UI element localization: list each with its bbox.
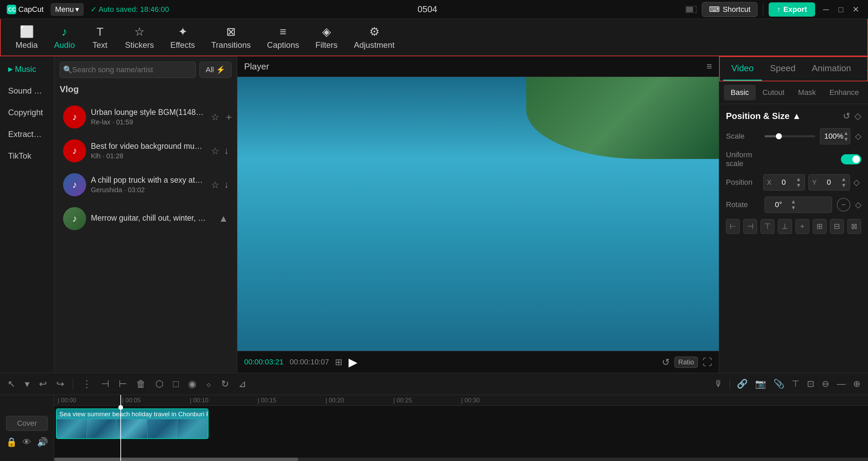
rotate-keyframe-icon[interactable]: ◇: [855, 200, 861, 209]
motion-button[interactable]: ◉: [186, 376, 198, 392]
music-item[interactable]: ♪ Best for video background music Chill …: [60, 135, 232, 167]
crop-button[interactable]: ⊢: [117, 376, 129, 392]
favorite-icon[interactable]: ☆: [211, 112, 219, 123]
audio-track-icon[interactable]: 🔊: [37, 437, 48, 447]
music-item[interactable]: ♪ Urban lounge style BGM(1148490) Re-lax…: [60, 101, 232, 133]
toolbar-filters[interactable]: ◈ Filters: [307, 21, 346, 53]
timeline-scrollbar[interactable]: [54, 458, 868, 461]
subtab-enhance[interactable]: Enhance: [823, 85, 866, 100]
subtab-cutout[interactable]: Cutout: [756, 85, 791, 100]
tab-speed[interactable]: Speed: [762, 57, 804, 81]
download-icon[interactable]: ↓: [224, 179, 229, 190]
scale-stepper[interactable]: ▲ ▼: [843, 131, 849, 142]
add-clip-button[interactable]: ⊕: [851, 377, 863, 391]
scale-down-button[interactable]: ▼: [843, 137, 849, 142]
align-left-button[interactable]: ⊢: [726, 219, 740, 234]
tab-video[interactable]: Video: [723, 57, 762, 81]
pos-y-up-button[interactable]: ▲: [841, 177, 847, 182]
position-keyframe-icon[interactable]: ◇: [853, 178, 860, 187]
toolbar-audio[interactable]: ♪ Audio: [46, 22, 83, 53]
align-right-button[interactable]: ⊤: [761, 219, 774, 234]
rotate-field[interactable]: 0° ▲ ▼: [765, 197, 832, 213]
toolbar-transitions[interactable]: ⊠ Transitions: [203, 21, 259, 53]
video-track[interactable]: Sea view summer beach holiday travel in …: [56, 408, 209, 439]
scale-slider[interactable]: [765, 135, 815, 137]
download-icon[interactable]: ↓: [224, 145, 229, 156]
toolbar-text[interactable]: T Text: [83, 22, 117, 53]
sidebar-item-sound-effects[interactable]: Sound effe...: [3, 81, 51, 100]
position-x-stepper[interactable]: ▲ ▼: [796, 177, 801, 188]
split-tl-button[interactable]: ⊤: [790, 377, 802, 391]
export-button[interactable]: ↑ Export: [769, 2, 815, 17]
undo-button[interactable]: ↩: [37, 376, 49, 392]
cover-button[interactable]: Cover: [6, 416, 48, 431]
scrollbar-thumb[interactable]: [54, 458, 298, 461]
diamond-reset-icon[interactable]: ◇: [854, 111, 861, 121]
toolbar-stickers[interactable]: ☆ Stickers: [117, 21, 162, 53]
mirror-button[interactable]: ⬦: [204, 377, 214, 392]
rotate-tl-button[interactable]: ↻: [219, 376, 231, 392]
toolbar-effects[interactable]: ✦ Effects: [162, 21, 203, 53]
pos-y-down-button[interactable]: ▼: [841, 183, 847, 188]
favorite-icon[interactable]: ☆: [211, 179, 219, 191]
ratio-button[interactable]: Ratio: [674, 357, 698, 368]
toolbar-adjustment[interactable]: ⚙ Adjustment: [346, 21, 403, 53]
sidebar-item-music[interactable]: Music: [3, 60, 51, 79]
rotate-up-button[interactable]: ▲: [791, 199, 796, 204]
camera-button[interactable]: 📷: [753, 377, 768, 391]
position-y-stepper[interactable]: ▲ ▼: [841, 177, 847, 188]
align-top-button[interactable]: ⊥: [778, 219, 792, 234]
mask-button[interactable]: ⬡: [153, 376, 165, 392]
minimize-button[interactable]: ─: [821, 4, 831, 15]
delete-button[interactable]: 🗑: [134, 376, 148, 392]
rotate-stepper[interactable]: ▲ ▼: [791, 199, 796, 211]
all-filter-button[interactable]: All ⚡: [199, 62, 232, 78]
trim-button[interactable]: ⊣: [99, 376, 111, 392]
align-center-h-button[interactable]: ⊣: [743, 219, 757, 234]
music-item[interactable]: ♪ A chill pop truck with a sexy atmosphe…: [60, 168, 232, 201]
select-tool-button[interactable]: ↖: [5, 376, 17, 392]
scale-keyframe-icon[interactable]: ◇: [855, 132, 861, 141]
player-menu-icon[interactable]: ≡: [707, 61, 712, 72]
split-button[interactable]: ⋮: [80, 376, 94, 392]
favorite-icon[interactable]: ☆: [211, 145, 219, 157]
crop-tl-button[interactable]: ⊿: [236, 376, 248, 392]
chevron-up-icon[interactable]: ▲: [219, 213, 228, 224]
link-button[interactable]: 🔗: [735, 377, 750, 391]
uniform-scale-toggle[interactable]: [841, 154, 861, 164]
shortcut-button[interactable]: ⌨ Shortcut: [702, 2, 757, 17]
sidebar-item-extracted[interactable]: Extracted a...: [3, 125, 51, 144]
redo-button[interactable]: ↪: [54, 376, 66, 392]
search-input[interactable]: [60, 62, 196, 78]
eye-icon[interactable]: 👁: [22, 437, 31, 447]
loop-icon[interactable]: ↺: [662, 357, 670, 368]
tab-animation[interactable]: Animation: [804, 57, 859, 81]
toolbar-captions[interactable]: ≡ Captions: [259, 22, 308, 53]
caption-button[interactable]: ⊡: [805, 377, 816, 391]
play-button[interactable]: ▶: [349, 355, 357, 369]
distribute-h-button[interactable]: ⊟: [830, 219, 844, 234]
rotate-down-button[interactable]: ▼: [791, 205, 796, 211]
sidebar-item-tiktok[interactable]: TikTok: [3, 146, 51, 165]
subtab-mask[interactable]: Mask: [791, 85, 823, 100]
playhead[interactable]: [120, 395, 121, 461]
toolbar-media[interactable]: ⬜ Media: [7, 21, 46, 53]
timeline-grid-icon[interactable]: ⊞: [335, 357, 342, 367]
menu-button[interactable]: Menu ▾: [51, 3, 84, 16]
position-x-field[interactable]: X 0 ▲ ▼: [763, 174, 805, 191]
pos-x-down-button[interactable]: ▼: [796, 183, 801, 188]
subtab-basic[interactable]: Basic: [724, 85, 756, 100]
rotate-dial[interactable]: −: [837, 198, 850, 212]
scale-up-button[interactable]: ▲: [843, 131, 849, 136]
distribute-v-button[interactable]: ⊠: [847, 219, 861, 234]
close-button[interactable]: ✕: [850, 4, 861, 15]
mic-button[interactable]: 🎙: [712, 377, 725, 391]
align-bottom-button[interactable]: ⊞: [813, 219, 827, 234]
position-y-field[interactable]: Y 0 ▲ ▼: [808, 174, 850, 191]
lock-icon[interactable]: 🔒: [6, 437, 17, 447]
zoom-in-button[interactable]: —: [835, 377, 848, 391]
frame-button[interactable]: □: [171, 377, 181, 392]
add-track-icon[interactable]: ＋: [224, 111, 234, 123]
align-center-v-button[interactable]: +: [795, 219, 809, 234]
undo-icon[interactable]: ↺: [843, 111, 850, 121]
